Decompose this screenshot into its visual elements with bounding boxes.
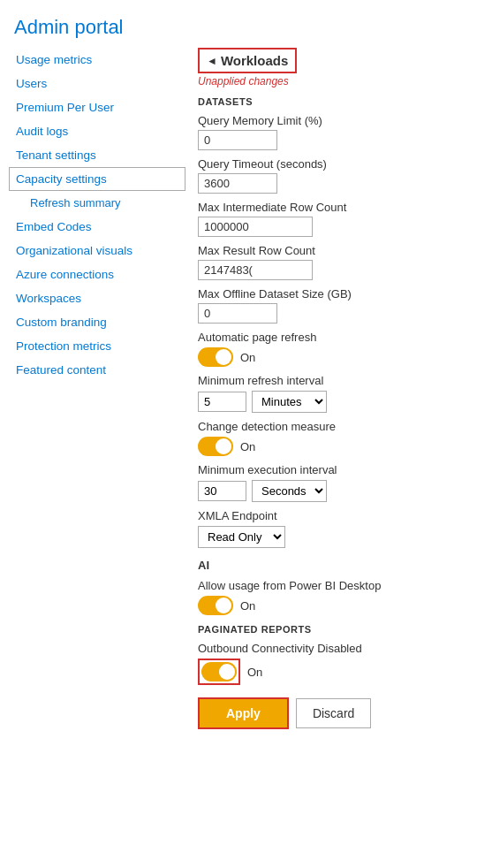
sidebar-item-organizational-visuals[interactable]: Organizational visuals: [9, 239, 185, 263]
sidebar-item-audit-logs[interactable]: Audit logs: [9, 119, 185, 143]
sidebar-item-azure-connections[interactable]: Azure connections: [9, 263, 185, 286]
change-detection-toggle-row: On: [198, 437, 483, 456]
main-content: ◄ Workloads Unapplied changes DATASETS Q…: [185, 48, 492, 747]
paginated-label: Outbound Connectivity Disabled: [198, 642, 483, 655]
change-detection-label: Change detection measure: [198, 420, 483, 433]
datasets-section-label: DATASETS: [198, 96, 483, 107]
auto-refresh-toggle-row: On: [198, 347, 483, 367]
ai-toggle-label: On: [240, 599, 255, 613]
button-row: Apply Discard: [198, 697, 483, 729]
min-execution-row: Seconds Minutes: [198, 480, 483, 502]
paginated-toggle-label: On: [247, 666, 262, 679]
sidebar-item-protection-metrics[interactable]: Protection metrics: [9, 334, 185, 358]
min-refresh-unit-select[interactable]: Minutes Seconds: [252, 391, 327, 413]
xmla-row: Read Only Read Write Off: [198, 526, 483, 548]
discard-button[interactable]: Discard: [296, 698, 371, 728]
sidebar-item-capacity-settings[interactable]: Capacity settings: [9, 167, 185, 191]
change-detection-toggle-label: On: [240, 440, 255, 453]
min-refresh-input[interactable]: [198, 392, 246, 412]
ai-toggle[interactable]: [198, 596, 233, 615]
auto-refresh-label: Automatic page refresh: [198, 331, 483, 344]
ai-section-label: AI: [198, 559, 483, 572]
change-detection-toggle[interactable]: [198, 437, 233, 456]
query-timeout-label: Query Timeout (seconds): [198, 157, 483, 171]
max-result-input[interactable]: [198, 260, 313, 280]
paginated-toggle-row: On: [198, 659, 483, 685]
paginated-toggle[interactable]: [201, 662, 237, 681]
collapse-icon: ◄: [207, 55, 217, 67]
min-refresh-row: Minutes Seconds: [198, 391, 483, 413]
max-result-label: Max Result Row Count: [198, 244, 483, 257]
max-intermediate-input[interactable]: [198, 217, 313, 237]
ai-toggle-row: On: [198, 596, 483, 615]
workloads-title: Workloads: [221, 53, 288, 68]
sidebar-item-custom-branding[interactable]: Custom branding: [9, 310, 185, 334]
min-execution-label: Minimum execution interval: [198, 463, 483, 476]
max-offline-input[interactable]: [198, 303, 277, 324]
sidebar-item-workspaces[interactable]: Workspaces: [9, 286, 185, 310]
xmla-select[interactable]: Read Only Read Write Off: [198, 526, 285, 548]
sidebar: Usage metrics Users Premium Per User Aud…: [0, 48, 185, 747]
query-memory-label: Query Memory Limit (%): [198, 114, 483, 127]
unapplied-changes-label: Unapplied changes: [198, 75, 483, 88]
apply-button[interactable]: Apply: [198, 697, 289, 729]
sidebar-item-users[interactable]: Users: [9, 72, 185, 95]
max-offline-label: Max Offline Dataset Size (GB): [198, 287, 483, 301]
sidebar-item-embed-codes[interactable]: Embed Codes: [9, 215, 185, 239]
ai-allow-label: Allow usage from Power BI Desktop: [198, 579, 483, 592]
query-timeout-input[interactable]: [198, 173, 277, 194]
workloads-header[interactable]: ◄ Workloads: [198, 48, 297, 73]
sidebar-item-refresh-summary[interactable]: Refresh summary: [9, 191, 185, 215]
xmla-label: XMLA Endpoint: [198, 509, 483, 522]
sidebar-item-tenant-settings[interactable]: Tenant settings: [9, 143, 185, 167]
query-memory-input[interactable]: [198, 130, 277, 150]
sidebar-item-usage-metrics[interactable]: Usage metrics: [9, 48, 185, 72]
min-execution-unit-select[interactable]: Seconds Minutes: [252, 480, 327, 502]
auto-refresh-toggle[interactable]: [198, 347, 233, 367]
min-refresh-label: Minimum refresh interval: [198, 374, 483, 387]
page-header: Admin portal: [0, 0, 492, 48]
page-title: Admin portal: [14, 16, 478, 39]
paginated-toggle-highlighted: [198, 659, 240, 685]
sidebar-item-featured-content[interactable]: Featured content: [9, 358, 185, 382]
paginated-section-label: PAGINATED REPORTS: [198, 624, 483, 635]
min-execution-input[interactable]: [198, 481, 246, 501]
max-intermediate-label: Max Intermediate Row Count: [198, 201, 483, 214]
sidebar-item-premium-per-user[interactable]: Premium Per User: [9, 95, 185, 119]
auto-refresh-toggle-label: On: [240, 351, 255, 364]
